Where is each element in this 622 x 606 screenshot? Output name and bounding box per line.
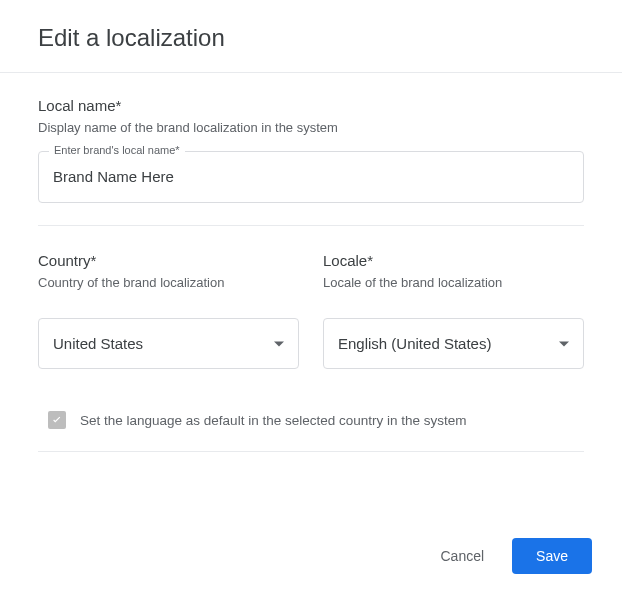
save-button[interactable]: Save — [512, 538, 592, 574]
dropdown-caret-icon — [274, 341, 284, 346]
locale-col: Locale* Locale of the brand localization — [323, 252, 584, 306]
country-col: Country* Country of the brand localizati… — [38, 252, 299, 306]
locale-select-value: English (United States) — [338, 335, 543, 352]
dialog-title: Edit a localization — [38, 24, 584, 52]
locale-label: Locale* — [323, 252, 584, 269]
local-name-section: Local name* Display name of the brand lo… — [38, 97, 584, 226]
local-name-desc: Display name of the brand localization i… — [38, 120, 584, 135]
dropdown-caret-icon — [559, 341, 569, 346]
local-name-floating-label: Enter brand's local name* — [49, 144, 185, 156]
country-desc: Country of the brand localization — [38, 275, 299, 290]
locale-select[interactable]: English (United States) — [323, 318, 584, 369]
local-name-label: Local name* — [38, 97, 584, 114]
local-name-input[interactable] — [53, 168, 569, 185]
default-language-checkbox[interactable] — [48, 411, 66, 429]
country-locale-section: Country* Country of the brand localizati… — [38, 252, 584, 369]
country-select-value: United States — [53, 335, 258, 352]
check-icon — [50, 413, 64, 427]
dialog-header: Edit a localization — [0, 0, 622, 73]
cancel-button[interactable]: Cancel — [432, 540, 492, 572]
locale-desc: Locale of the brand localization — [323, 275, 584, 290]
default-language-row: Set the language as default in the selec… — [38, 393, 584, 452]
default-language-label: Set the language as default in the selec… — [80, 413, 467, 428]
edit-localization-dialog: Edit a localization Local name* Display … — [0, 0, 622, 606]
country-label: Country* — [38, 252, 299, 269]
country-select[interactable]: United States — [38, 318, 299, 369]
local-name-input-wrap[interactable]: Enter brand's local name* — [38, 151, 584, 203]
dialog-body: Local name* Display name of the brand lo… — [0, 73, 622, 514]
dialog-footer: Cancel Save — [0, 514, 622, 606]
